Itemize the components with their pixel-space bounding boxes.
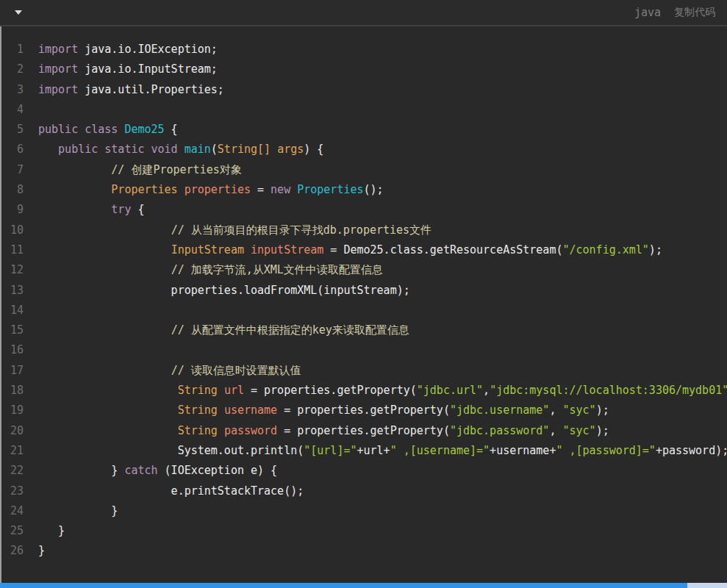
- code-token: java.io.IOException;: [78, 43, 218, 56]
- code-token: "jdbc.username": [450, 404, 549, 417]
- code-token: InputStream: [171, 243, 244, 257]
- code-line: 14: [1, 301, 727, 320]
- code-token: +username+: [490, 444, 556, 457]
- code-token: Properties: [111, 183, 177, 196]
- code-line: 25 }: [1, 521, 727, 541]
- code-token: properties.loadFromXML(inputStream);: [38, 284, 410, 297]
- code-line: 3import java.util.Properties;: [1, 80, 727, 100]
- code-line: 18 String url = properties.getProperty("…: [1, 381, 727, 401]
- copy-code-button[interactable]: 复制代码: [674, 6, 715, 19]
- code-token: (IOException e) {: [158, 464, 278, 477]
- code-token: [38, 183, 111, 196]
- code-token: " ,[username]=": [390, 444, 490, 457]
- code-token: "/config.xml": [562, 243, 648, 257]
- code-token: // 创建Properties对象: [111, 163, 241, 176]
- code-token: {: [131, 203, 144, 216]
- code-line: 5public class Demo25 {: [1, 120, 727, 140]
- code-token: [38, 424, 178, 437]
- code-line-text: import java.io.IOException;: [24, 40, 218, 60]
- code-line: 4: [1, 100, 727, 120]
- code-line-text: [24, 100, 38, 120]
- code-token: String: [178, 384, 218, 397]
- line-number: 19: [1, 401, 24, 420]
- code-area: 1import java.io.IOException;2import java…: [0, 26, 727, 583]
- language-label: java: [634, 6, 661, 19]
- code-token: [38, 364, 171, 377]
- code-line-text: }: [24, 521, 65, 541]
- code-line-text: }: [24, 501, 118, 521]
- code-token: ,: [549, 404, 562, 417]
- code-token: [178, 183, 185, 196]
- code-token: [244, 243, 251, 257]
- code-token: new: [271, 183, 290, 196]
- code-line: 12 // 加载字节流,从XML文件中读取配置信息: [1, 260, 727, 280]
- code-line: 26}: [1, 541, 727, 561]
- code-token: ,: [549, 424, 562, 437]
- code-token: e.printStackTrace();: [38, 484, 304, 498]
- code-line-text: import java.io.InputStream;: [24, 60, 218, 79]
- code-line: 7 // 创建Properties对象: [1, 160, 727, 180]
- code-line-text: }: [24, 541, 45, 561]
- code-token: [38, 163, 111, 176]
- horizontal-scrollbar[interactable]: [0, 583, 727, 588]
- code-token: "jdbc:mysql://localhost:3306/mydb01": [490, 384, 727, 397]
- code-token: +url+: [357, 444, 390, 457]
- code-line-text: // 创建Properties对象: [24, 160, 242, 180]
- code-token: [290, 183, 297, 196]
- code-line-text: String username = properties.getProperty…: [24, 401, 609, 420]
- code-line-text: Properties properties = new Properties()…: [24, 180, 384, 200]
- line-number: 2: [1, 60, 24, 79]
- code-token: import: [38, 83, 78, 96]
- code-token: = Demo25.class.getResourceAsStream(: [323, 243, 562, 257]
- code-line: 9 try {: [1, 200, 727, 220]
- code-line-text: public class Demo25 {: [24, 120, 178, 140]
- code-token: try: [111, 203, 131, 216]
- code-line: 10 // 从当前项目的根目录下寻找db.properties文件: [1, 220, 727, 240]
- code-token: "[url]=": [304, 444, 357, 457]
- line-number: 23: [1, 481, 24, 501]
- scrollbar-thumb[interactable]: [0, 583, 687, 588]
- code-line: 11 InputStream inputStream = Demo25.clas…: [1, 240, 727, 260]
- triangle-down-icon: [15, 10, 22, 15]
- code-token: +password);: [656, 444, 727, 457]
- code-line: 8 Properties properties = new Properties…: [1, 180, 727, 200]
- code-line-text: try {: [24, 200, 145, 220]
- code-token: main: [185, 143, 211, 156]
- code-token: [218, 384, 224, 397]
- code-token: Demo25: [124, 123, 164, 136]
- code-token: [38, 143, 58, 156]
- code-token: args: [277, 143, 304, 156]
- code-line-text: [24, 301, 38, 320]
- line-number: 13: [1, 281, 24, 301]
- line-number: 10: [1, 220, 24, 240]
- line-number: 16: [1, 340, 24, 360]
- code-line: 16: [1, 340, 727, 360]
- code-block-header: java 复制代码: [0, 0, 727, 26]
- line-number: 15: [1, 320, 24, 340]
- code-token: catch: [124, 464, 157, 477]
- line-number: 8: [1, 180, 24, 200]
- code-token: ();: [364, 183, 384, 196]
- code-token: = properties.getProperty(: [277, 424, 450, 437]
- code-token: }: [38, 504, 118, 517]
- code-token: String: [178, 404, 218, 417]
- line-number: 4: [1, 100, 24, 120]
- code-line: 1import java.io.IOException;: [1, 40, 727, 60]
- code-token: );: [596, 424, 609, 437]
- code-token: java.util.Properties;: [78, 83, 224, 96]
- code-token: (: [211, 143, 218, 156]
- code-token: username: [224, 404, 277, 417]
- line-number: 6: [1, 140, 24, 159]
- code-token: inputStream: [251, 243, 323, 257]
- code-line: 20 String password = properties.getPrope…: [1, 421, 727, 441]
- code-line-text: properties.loadFromXML(inputStream);: [24, 281, 410, 301]
- code-line-text: String password = properties.getProperty…: [24, 421, 609, 441]
- line-number: 11: [1, 240, 24, 260]
- code-lines-container: 1import java.io.IOException;2import java…: [1, 40, 727, 562]
- code-line-text: // 从当前项目的根目录下寻找db.properties文件: [24, 220, 431, 240]
- collapse-toggle[interactable]: [12, 7, 25, 18]
- code-token: properties: [185, 183, 251, 196]
- code-token: import: [38, 43, 78, 56]
- code-token: "jdbc.password": [450, 424, 549, 437]
- code-token: "syc": [562, 424, 595, 437]
